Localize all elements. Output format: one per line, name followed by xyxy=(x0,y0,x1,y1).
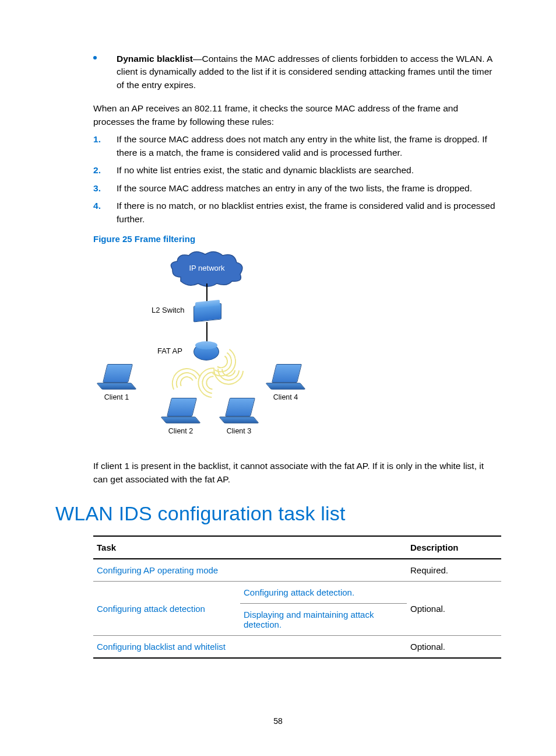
l2-switch-label: L2 Switch xyxy=(152,306,184,314)
after-figure-paragraph: If client 1 is present in the backlist, … xyxy=(93,460,501,486)
client-label: Client 3 xyxy=(221,427,256,435)
bullet-dynamic-blacklist: Dynamic blacklist—Contains the MAC addre… xyxy=(93,52,501,92)
client-label: Client 2 xyxy=(163,427,198,435)
table-row: Configuring AP operating mode Required. xyxy=(93,559,501,582)
rule-item: If the source MAC address does not match… xyxy=(93,133,501,159)
col-header-desc: Description xyxy=(407,536,501,559)
bullet-icon xyxy=(93,56,97,60)
fat-ap-icon xyxy=(193,343,220,360)
table-header-row: Task Description xyxy=(93,536,501,559)
page-number: 58 xyxy=(0,716,556,726)
client-laptop-icon: Client 3 xyxy=(221,398,256,426)
document-page: Dynamic blacklist—Contains the MAC addre… xyxy=(0,0,556,756)
client-laptop-icon: Client 1 xyxy=(99,364,134,392)
client-laptop-icon: Client 2 xyxy=(163,398,198,426)
task-desc: Optional. xyxy=(407,582,501,636)
task-sub-link[interactable]: Configuring attack detection. xyxy=(244,587,354,597)
bullet-lead: Dynamic blacklist xyxy=(117,54,193,64)
task-sub-link[interactable]: Displaying and maintaining attack detect… xyxy=(244,610,374,629)
rule-item: If there is no match, or no blacklist en… xyxy=(93,200,501,226)
task-link[interactable]: Configuring AP operating mode xyxy=(97,565,218,575)
section-heading: WLAN IDS configuration task list xyxy=(55,502,501,525)
l2-switch-icon xyxy=(193,304,220,322)
task-desc: Required. xyxy=(407,559,501,582)
rule-item: If the source MAC address matches an ent… xyxy=(93,182,501,195)
ip-network-cloud-icon: IP network xyxy=(169,251,245,287)
figure-frame-filtering: IP network L2 Switch FAT AP xyxy=(93,247,338,446)
task-desc: Optional. xyxy=(407,636,501,659)
client-label: Client 4 xyxy=(268,393,303,401)
client-laptop-icon: Client 4 xyxy=(268,364,303,392)
task-link[interactable]: Configuring blacklist and whitelist xyxy=(97,642,226,652)
rule-item: If no white list entries exist, the stat… xyxy=(93,164,501,177)
client-label: Client 1 xyxy=(99,393,134,401)
col-header-task: Task xyxy=(93,536,407,559)
ip-network-label: IP network xyxy=(169,264,245,272)
table-row: Configuring blacklist and whitelist Opti… xyxy=(93,636,501,659)
table-row: Configuring attack detection Configuring… xyxy=(93,582,501,604)
task-table: Task Description Configuring AP operatin… xyxy=(93,536,501,659)
rules-list: If the source MAC address does not match… xyxy=(93,133,501,226)
intro-paragraph: When an AP receives an 802.11 frame, it … xyxy=(93,102,501,128)
fat-ap-label: FAT AP xyxy=(157,346,182,355)
figure-caption: Figure 25 Frame filtering xyxy=(93,234,501,244)
task-link[interactable]: Configuring attack detection xyxy=(97,604,205,614)
